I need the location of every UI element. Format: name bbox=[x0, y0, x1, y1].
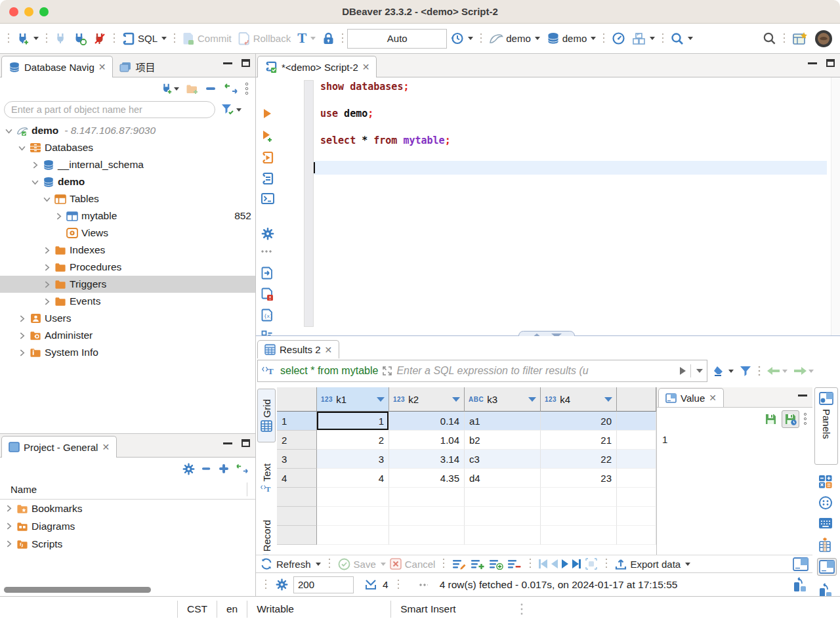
tree-item-bookmarks[interactable]: Bookmarks bbox=[0, 500, 255, 517]
chevron-icon[interactable] bbox=[4, 127, 13, 135]
minimize-panel-icon[interactable] bbox=[223, 59, 232, 64]
vertical-dots-icon[interactable] bbox=[803, 412, 807, 425]
calculator-panel-button[interactable] bbox=[818, 475, 832, 488]
tree-item-internal-schema[interactable]: __internal_schema bbox=[0, 156, 255, 173]
save-value-as-button[interactable] bbox=[782, 410, 799, 428]
column-header-k4[interactable]: 123 k4 bbox=[541, 387, 617, 412]
grid-cell-empty[interactable] bbox=[465, 507, 541, 526]
project-link-button[interactable] bbox=[236, 463, 249, 474]
export-data-button[interactable]: Export data bbox=[615, 558, 690, 570]
grid-cell-empty[interactable] bbox=[465, 488, 541, 507]
export-dropdown[interactable] bbox=[685, 563, 690, 566]
chevron-icon[interactable] bbox=[17, 349, 26, 356]
column-header-k2[interactable]: 123 k2 bbox=[389, 387, 465, 412]
grid-cell[interactable]: 1 bbox=[317, 412, 389, 431]
toggle-panels-button[interactable] bbox=[793, 557, 808, 571]
editor-vscrollbar[interactable] bbox=[831, 77, 840, 335]
nav-collapse-all-button[interactable] bbox=[205, 84, 217, 93]
grid-cell[interactable]: 20 bbox=[541, 412, 617, 431]
tab-text-presentation[interactable]: Text T bbox=[257, 453, 276, 504]
close-icon[interactable]: ✕ bbox=[709, 393, 717, 402]
connect-button[interactable] bbox=[51, 28, 70, 49]
nav-new-folder-button[interactable] bbox=[186, 83, 199, 95]
grid-cell[interactable]: 0.14 bbox=[389, 412, 465, 431]
text-size-dropdown[interactable] bbox=[310, 37, 316, 40]
tree-item-mytable[interactable]: mytable 852 bbox=[0, 207, 255, 225]
refresh-button[interactable]: Refresh bbox=[260, 557, 321, 570]
perspective-button[interactable] bbox=[789, 28, 811, 49]
project-collapse-button[interactable] bbox=[201, 464, 212, 473]
chevron-icon[interactable] bbox=[17, 315, 26, 322]
grid-cell[interactable]: 2 bbox=[317, 431, 389, 450]
sort-dropdown-icon[interactable] bbox=[528, 397, 536, 402]
chevron-icon[interactable] bbox=[4, 505, 13, 512]
minimize-panel-icon[interactable] bbox=[223, 439, 232, 444]
close-window-button[interactable] bbox=[9, 7, 18, 16]
filter-back-button[interactable] bbox=[766, 366, 788, 375]
commit-button[interactable]: Commit bbox=[179, 28, 235, 49]
tab-results-2[interactable]: Results 2 ✕ bbox=[257, 340, 339, 358]
grid-cell[interactable]: b2 bbox=[465, 431, 541, 450]
row-header-empty[interactable] bbox=[277, 488, 317, 507]
timezone-indicator[interactable]: CST bbox=[178, 603, 217, 615]
sql-editor-button[interactable]: SQL bbox=[119, 28, 170, 49]
tab-projects[interactable]: 项目 bbox=[113, 56, 161, 77]
open-console-button[interactable] bbox=[261, 193, 274, 204]
sort-dropdown-icon[interactable] bbox=[377, 397, 385, 402]
grid-cell-empty[interactable] bbox=[389, 488, 465, 507]
minimize-panel-icon[interactable] bbox=[798, 391, 807, 396]
tree-item-indexes[interactable]: Indexes bbox=[0, 242, 255, 259]
connection-dropdown[interactable] bbox=[535, 37, 540, 40]
tree-item-scripts[interactable]: Scripts bbox=[0, 535, 255, 553]
maximize-panel-icon[interactable] bbox=[242, 439, 250, 447]
minimize-panel-icon[interactable] bbox=[808, 59, 817, 64]
problems-view-button[interactable] bbox=[261, 288, 274, 301]
edit-cell-button[interactable] bbox=[452, 559, 467, 570]
project-name-column-header[interactable]: Name bbox=[0, 480, 255, 500]
panels-tab[interactable]: Panels bbox=[814, 387, 838, 465]
vertical-dots-icon[interactable] bbox=[520, 602, 524, 616]
close-icon[interactable]: ✕ bbox=[102, 442, 110, 452]
previous-row-button[interactable] bbox=[551, 559, 558, 568]
tree-item-system-info[interactable]: System Info bbox=[0, 344, 255, 361]
chevron-icon[interactable] bbox=[42, 298, 51, 305]
grid-cell-empty[interactable] bbox=[465, 526, 541, 545]
expand-filter-icon[interactable] bbox=[382, 366, 392, 376]
chevron-icon[interactable] bbox=[54, 213, 63, 220]
duplicate-row-button[interactable] bbox=[489, 559, 503, 570]
tab-value[interactable]: Value ✕ bbox=[658, 388, 724, 407]
chevron-icon[interactable] bbox=[4, 540, 13, 547]
grid-cell[interactable]: 23 bbox=[541, 469, 617, 488]
current-line[interactable] bbox=[314, 161, 827, 175]
column-header-k1[interactable]: 123 k1 bbox=[317, 387, 389, 412]
grid-cell-empty[interactable] bbox=[617, 507, 656, 526]
value-content[interactable]: 1 bbox=[657, 430, 812, 449]
project-hscrollbar[interactable] bbox=[0, 586, 255, 593]
filter-history-dropdown[interactable] bbox=[696, 369, 703, 373]
first-row-button[interactable] bbox=[539, 559, 547, 568]
grid-cell-empty[interactable] bbox=[617, 412, 656, 431]
nav-link-editor-button[interactable] bbox=[224, 83, 238, 94]
execute-script-button[interactable] bbox=[261, 151, 274, 165]
toolbar-overflow-dots[interactable] bbox=[261, 250, 272, 253]
fetch-size-input[interactable] bbox=[293, 576, 354, 593]
sql-editor-dropdown[interactable] bbox=[161, 37, 167, 40]
status-menu-dots[interactable] bbox=[419, 584, 428, 586]
chevron-icon[interactable] bbox=[17, 332, 26, 339]
chevron-icon[interactable] bbox=[42, 264, 51, 271]
grid-cell[interactable]: d4 bbox=[465, 469, 541, 488]
active-connection-selector[interactable]: demo bbox=[486, 28, 543, 49]
object-filter-input[interactable] bbox=[4, 101, 215, 118]
clear-filter-button[interactable] bbox=[711, 364, 734, 377]
tree-item-databases[interactable]: Databases bbox=[0, 139, 255, 156]
scrollbar-thumb[interactable] bbox=[4, 587, 151, 593]
projects-view-button[interactable] bbox=[629, 28, 658, 49]
code-line[interactable]: select * from mytable; bbox=[320, 134, 827, 148]
tree-item-tables[interactable]: Tables bbox=[0, 190, 255, 207]
delete-row-button[interactable] bbox=[507, 559, 522, 570]
result-grid[interactable]: 123 k1 123 k2 ABC k3 123 k4 1 1 0.14 a1 … bbox=[277, 387, 656, 555]
output-view-button[interactable] bbox=[261, 267, 274, 280]
next-row-button[interactable] bbox=[562, 559, 568, 568]
parameters-view-button[interactable]: {x} bbox=[261, 309, 274, 322]
project-expand-button[interactable] bbox=[219, 463, 229, 474]
